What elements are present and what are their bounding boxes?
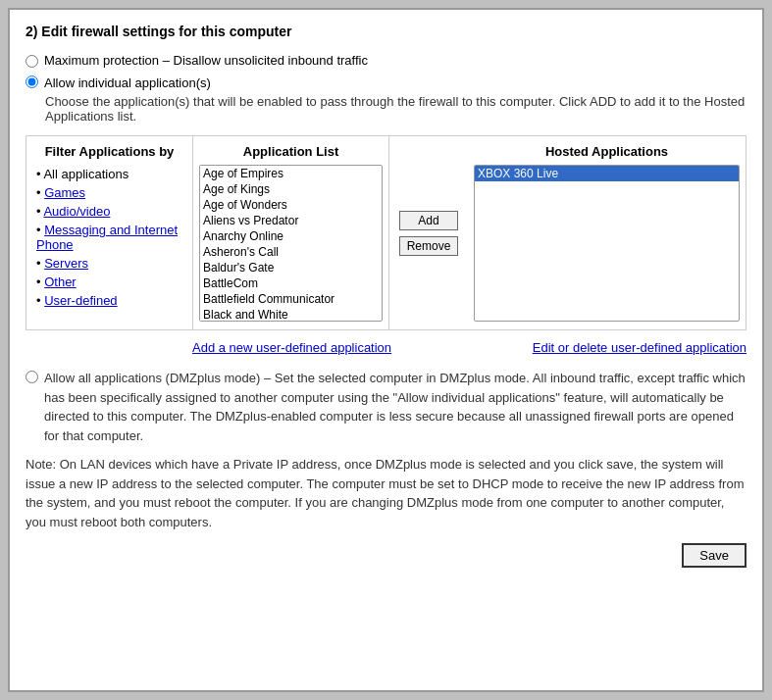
radio-individual-label[interactable]: Allow individual application(s)	[44, 75, 211, 90]
filter-item-audio[interactable]: Audio/video	[36, 204, 182, 219]
filter-link-userdefined[interactable]: User-defined	[44, 293, 117, 308]
add-user-defined-link[interactable]: Add a new user-defined application	[192, 340, 391, 355]
edit-user-defined-link[interactable]: Edit or delete user-defined application	[533, 340, 746, 355]
app-item[interactable]: Baldur's Gate	[200, 260, 382, 275]
hosted-listbox[interactable]: XBOX 360 Live	[474, 165, 740, 322]
individual-row: Allow individual application(s)	[26, 75, 746, 90]
dmz-row: Allow all applications (DMZplus mode) – …	[26, 369, 746, 445]
filter-item-games[interactable]: Games	[36, 185, 182, 200]
radio-individual[interactable]	[26, 75, 38, 88]
app-list-col: Application List Age of Empires Age of K…	[193, 136, 389, 329]
section-title: 2) Edit firewall settings for this compu…	[26, 24, 746, 39]
app-item[interactable]: Battlefield Communicator	[200, 291, 382, 307]
hosted-col: Hosted Applications XBOX 360 Live	[468, 136, 746, 329]
filter-item-other[interactable]: Other	[36, 275, 182, 289]
page-container: 2) Edit firewall settings for this compu…	[8, 8, 764, 692]
app-item[interactable]: Asheron's Call	[200, 244, 382, 260]
app-listbox[interactable]: Age of Empires Age of Kings Age of Wonde…	[199, 165, 383, 322]
filter-col: Filter Applications by All applications …	[26, 136, 193, 329]
save-button[interactable]: Save	[682, 543, 746, 568]
filter-item-userdefined[interactable]: User-defined	[36, 293, 182, 308]
hosted-item-xbox[interactable]: XBOX 360 Live	[475, 166, 739, 181]
save-row: Save	[26, 543, 746, 568]
filter-link-servers[interactable]: Servers	[44, 256, 88, 271]
app-item[interactable]: Age of Kings	[200, 181, 382, 197]
filter-item-servers[interactable]: Servers	[36, 256, 182, 271]
app-item[interactable]: BattleCom	[200, 275, 382, 291]
radio-dmz[interactable]	[26, 371, 38, 383]
links-row: Add a new user-defined application Edit …	[26, 340, 746, 355]
max-protection-row: Maximum protection – Disallow unsolicite…	[26, 53, 746, 68]
app-item[interactable]: Age of Empires	[200, 166, 382, 181]
filter-col-header: Filter Applications by	[36, 144, 182, 159]
app-item[interactable]: Aliens vs Predator	[200, 213, 382, 228]
radio-max-protection[interactable]	[26, 55, 38, 68]
apps-section: Filter Applications by All applications …	[26, 135, 746, 330]
dmz-label[interactable]: Allow all applications (DMZplus mode) – …	[44, 369, 746, 445]
filter-list: All applications Games Audio/video Messa…	[36, 167, 182, 308]
remove-button[interactable]: Remove	[399, 236, 458, 256]
middle-col: Add Remove	[389, 136, 468, 329]
radio-max-label[interactable]: Maximum protection – Disallow unsolicite…	[44, 53, 368, 68]
filter-link-games[interactable]: Games	[44, 185, 85, 200]
app-item[interactable]: Anarchy Online	[200, 228, 382, 244]
app-list-header: Application List	[199, 144, 383, 159]
app-item[interactable]: Black and White	[200, 307, 382, 322]
filter-link-messaging[interactable]: Messaging and Internet Phone	[36, 223, 178, 252]
filter-item-all: All applications	[36, 167, 182, 181]
note-text: Note: On LAN devices which have a Privat…	[26, 455, 746, 531]
hosted-col-header: Hosted Applications	[474, 144, 740, 159]
filter-item-messaging[interactable]: Messaging and Internet Phone	[36, 223, 182, 252]
filter-link-audio[interactable]: Audio/video	[43, 204, 110, 219]
filter-link-other[interactable]: Other	[44, 275, 77, 289]
add-button[interactable]: Add	[399, 211, 458, 230]
app-item[interactable]: Age of Wonders	[200, 197, 382, 213]
individual-desc: Choose the application(s) that will be e…	[45, 94, 746, 124]
